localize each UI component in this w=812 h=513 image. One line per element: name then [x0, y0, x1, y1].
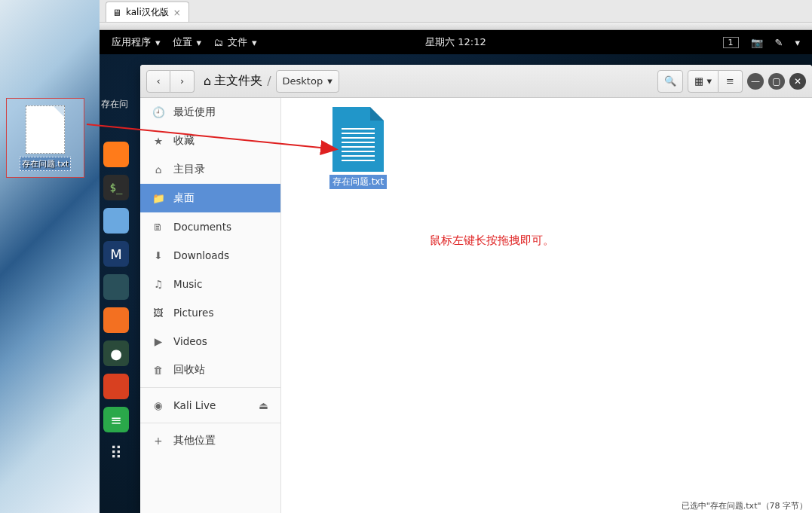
minimize-button[interactable]: —: [747, 73, 764, 90]
home-icon: ⌂: [152, 163, 164, 176]
pictures-icon: 🖼: [152, 307, 164, 319]
dock-misc[interactable]: ●: [103, 340, 129, 366]
dock-files[interactable]: [103, 208, 129, 234]
sidebar-item-label: 主目录: [173, 163, 205, 176]
sidebar-item-label: Downloads: [173, 249, 229, 261]
sidebar-item-desktop[interactable]: 📁桌面: [140, 184, 280, 212]
home-icon: ⌂: [204, 74, 211, 88]
sidebar-divider: [140, 423, 280, 423]
nautilus-sidebar: 🕘最近使用★收藏⌂主目录📁桌面🗎Documents⬇Downloads♫Musi…: [140, 98, 281, 513]
sidebar-item-label: Music: [173, 278, 202, 290]
sidebar-item-label: Pictures: [173, 307, 213, 319]
close-button[interactable]: ✕: [789, 73, 806, 90]
sidebar-item-label: Videos: [173, 335, 207, 347]
places-label: 位置: [173, 35, 192, 49]
back-button[interactable]: ‹: [146, 70, 170, 93]
dock-firefox[interactable]: [103, 142, 129, 167]
eyedropper-tray-icon[interactable]: ✎: [769, 30, 789, 54]
vm-tab-title: kali汉化版: [126, 6, 169, 19]
sidebar-item-recent[interactable]: 🕘最近使用: [140, 98, 280, 127]
file-item[interactable]: 存在问题.txt: [323, 107, 393, 189]
sidebar-item-label: 收藏: [173, 134, 195, 148]
desktop-icon: 📁: [152, 192, 164, 204]
files-app-menu[interactable]: 🗂 文件 ▾: [207, 30, 263, 54]
sidebar-item-label: 其他位置: [173, 434, 216, 447]
guest-desktop-file-label: 存在问: [101, 98, 128, 111]
sidebar-item-downloads[interactable]: ⬇Downloads: [140, 241, 280, 270]
starred-icon: ★: [152, 135, 164, 147]
nautilus-content[interactable]: 存在问题.txt 已选中"存在问题.txt"（78 字节）: [281, 98, 812, 513]
close-icon[interactable]: ×: [173, 8, 181, 18]
documents-icon: 🗎: [152, 221, 164, 233]
view-toggle-button[interactable]: ▦ ▾: [688, 70, 719, 93]
gnome-top-bar: 应用程序 ▾ 位置 ▾ 🗂 文件 ▾ 星期六 12:12 1 📷 ✎ ▾: [100, 30, 812, 54]
view-menu-button[interactable]: ≡: [719, 70, 743, 93]
dock-apps-grid[interactable]: ⠿: [103, 440, 129, 466]
sidebar-item-label: 回收站: [173, 363, 205, 377]
breadcrumb-home[interactable]: 主文件夹: [214, 73, 262, 89]
chevron-down-icon: ▾: [252, 37, 257, 48]
sidebar-item-label: 最近使用: [173, 105, 216, 119]
sidebar-item-other[interactable]: +其他位置: [140, 426, 280, 455]
sidebar-item-trash[interactable]: 🗑回收站: [140, 356, 280, 384]
other-icon: +: [152, 435, 164, 447]
host-file-label: 存在问题.txt: [20, 157, 72, 171]
forward-button[interactable]: ›: [170, 70, 195, 93]
file-name-label: 存在问题.txt: [329, 175, 387, 189]
camera-tray-icon[interactable]: 📷: [745, 30, 769, 54]
document-icon: [332, 107, 384, 172]
nautilus-window: ‹ › ⌂ 主文件夹 / Desktop ▾ 🔍 ▦ ▾ ≡ — ▢ ✕ 🕘最近…: [140, 65, 812, 513]
sidebar-item-label: Documents: [173, 221, 231, 233]
workspace-indicator[interactable]: 1: [717, 30, 745, 54]
vm-tab-bar: 🖥 kali汉化版 ×: [100, 0, 812, 23]
breadcrumb: ⌂ 主文件夹 / Desktop ▾: [204, 70, 339, 93]
workspace-number: 1: [723, 37, 739, 48]
sidebar-item-kali-live[interactable]: ◉Kali Live⏏: [140, 391, 280, 420]
dock-green[interactable]: ≡: [103, 407, 129, 432]
applications-label: 应用程序: [112, 35, 151, 49]
music-icon: ♫: [152, 278, 164, 290]
chevron-down-icon: ▾: [197, 37, 202, 48]
sidebar-item-pictures[interactable]: 🖼Pictures: [140, 298, 280, 327]
places-menu[interactable]: 位置 ▾: [167, 30, 208, 54]
kali-live-icon: ◉: [152, 399, 164, 411]
breadcrumb-desktop[interactable]: Desktop ▾: [276, 70, 339, 93]
trash-icon: 🗑: [152, 364, 164, 376]
dock-metasploit[interactable]: M: [103, 241, 129, 267]
maximize-button[interactable]: ▢: [768, 73, 785, 90]
videos-icon: ▶: [152, 335, 164, 347]
host-desktop-bg: [0, 0, 100, 513]
path-separator: /: [267, 74, 271, 88]
vm-ruler: [100, 23, 812, 30]
sidebar-item-music[interactable]: ♫Music: [140, 270, 280, 298]
clock[interactable]: 星期六 12:12: [425, 35, 486, 49]
vm-icon: 🖥: [112, 8, 121, 18]
chevron-down-icon: ▾: [155, 37, 161, 48]
dock-team[interactable]: [103, 274, 129, 300]
dock-terminal[interactable]: $_: [103, 175, 129, 200]
sidebar-item-home[interactable]: ⌂主目录: [140, 155, 280, 184]
files-label: 文件: [228, 35, 247, 49]
nautilus-header: ‹ › ⌂ 主文件夹 / Desktop ▾ 🔍 ▦ ▾ ≡ — ▢ ✕: [140, 65, 812, 98]
applications-menu[interactable]: 应用程序 ▾: [106, 30, 167, 54]
dock-burp[interactable]: [103, 307, 129, 333]
chevron-down-icon: ▾: [327, 75, 332, 87]
recent-icon: 🕘: [152, 106, 164, 118]
eject-icon[interactable]: ⏏: [259, 399, 268, 411]
sidebar-item-label: 桌面: [173, 191, 195, 205]
vm-tab[interactable]: 🖥 kali汉化版 ×: [106, 2, 189, 22]
host-desktop-file[interactable]: 存在问题.txt: [6, 98, 84, 178]
status-bar: 已选中"存在问题.txt"（78 字节）: [682, 500, 807, 511]
file-icon: [26, 105, 65, 154]
annotation-text: 鼠标左键长按拖拽即可。: [430, 234, 554, 248]
sidebar-item-starred[interactable]: ★收藏: [140, 127, 280, 155]
power-menu[interactable]: ▾: [789, 30, 806, 54]
sidebar-item-videos[interactable]: ▶Videos: [140, 327, 280, 356]
sidebar-item-documents[interactable]: 🗎Documents: [140, 212, 280, 241]
sidebar-divider: [140, 387, 280, 388]
files-icon: 🗂: [213, 37, 223, 48]
search-button[interactable]: 🔍: [657, 70, 683, 93]
dock-script[interactable]: [103, 374, 129, 399]
downloads-icon: ⬇: [152, 249, 164, 261]
sidebar-item-label: Kali Live: [173, 399, 216, 411]
